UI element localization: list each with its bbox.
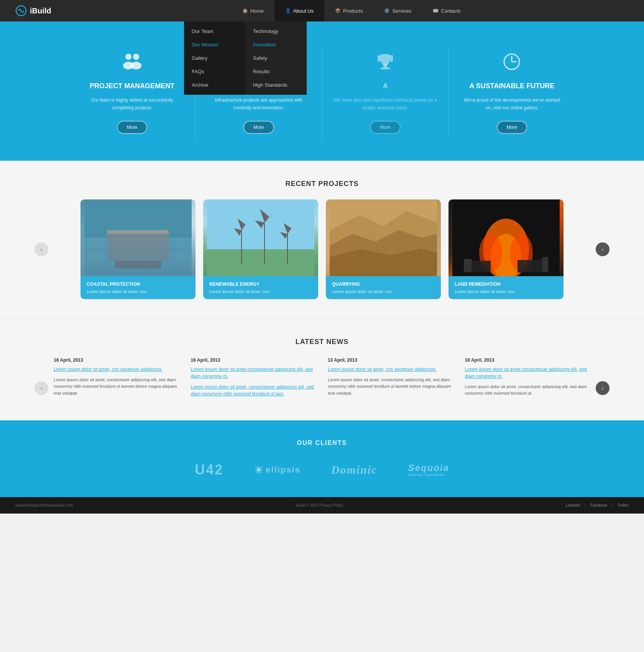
svg-rect-16 bbox=[84, 253, 192, 276]
news-text-1: Lorem ipsum dolor sit amet, consectueer … bbox=[54, 377, 179, 397]
client-logo-sequoia: Sequoia CAPITAL PARTNERS bbox=[408, 463, 449, 477]
carousel-prev-btn[interactable]: ‹ bbox=[34, 242, 48, 256]
svg-point-4 bbox=[131, 62, 141, 69]
dropdown-innovation[interactable]: Innovation bbox=[245, 38, 307, 51]
dropdown-high-standards[interactable]: High Standards bbox=[245, 78, 307, 92]
dropdown-results[interactable]: Results bbox=[245, 65, 307, 78]
logo-icon bbox=[15, 5, 27, 16]
hero-title-1: PROJECT MANAGEMENT bbox=[80, 82, 184, 91]
land-img-svg bbox=[452, 199, 560, 276]
project-name-wind: RENEWABLE ENERGY bbox=[209, 282, 312, 287]
client-logo-ellipsis: ellipsis bbox=[254, 465, 301, 475]
trophy-icon bbox=[334, 52, 437, 76]
contacts-icon: ✉️ bbox=[433, 8, 439, 13]
svg-rect-18 bbox=[107, 230, 169, 234]
hero-text-3: We have also won significant contracts p… bbox=[334, 97, 437, 111]
ellipsis-text: ellipsis bbox=[266, 465, 301, 475]
project-img-coastal bbox=[80, 199, 196, 276]
dropdown-our-mission[interactable]: Our Mission bbox=[184, 38, 245, 51]
header: iBuild 🏠 Home 👤 About Us 📦 Products ⚙️ S… bbox=[0, 0, 644, 21]
svg-rect-45 bbox=[518, 260, 544, 272]
clients-title: OUR CLIENTS bbox=[15, 440, 629, 446]
logo-area[interactable]: iBuild bbox=[15, 5, 51, 16]
news-next-btn[interactable]: › bbox=[596, 381, 610, 395]
project-info-wind: RENEWABLE ENERGY Lorem ipsum dolor sit a… bbox=[203, 276, 318, 299]
news-article-1: 18 April, 2013 Lorem ipsum dolor sit ame… bbox=[54, 357, 179, 401]
svg-rect-26 bbox=[264, 222, 265, 265]
hero-btn-1[interactable]: More bbox=[117, 121, 147, 134]
dropdown-technology[interactable]: Technology bbox=[245, 25, 307, 38]
hero-title-4: A SUSTAINABLE FUTURE bbox=[460, 82, 564, 91]
dropdown-our-team[interactable]: Our Team bbox=[184, 25, 245, 38]
svg-rect-17 bbox=[107, 230, 169, 261]
svg-rect-21 bbox=[207, 249, 314, 276]
footer: www.heritagechristiancollege.com iBuild … bbox=[0, 497, 644, 514]
project-card-quarry[interactable]: QUARRYING Lorem ipsum dolor sit amet, co… bbox=[326, 199, 441, 299]
project-desc-coastal: Lorem ipsum dolor sit amet, con. bbox=[87, 289, 189, 294]
svg-rect-19 bbox=[115, 261, 161, 268]
news-prev-btn[interactable]: ‹ bbox=[34, 381, 48, 395]
latest-news-section: LATEST NEWS ‹ 18 April, 2013 Lorem ipsum… bbox=[0, 318, 644, 420]
about-dropdown: Our Team Our Mission Gallery FAQs Archiv… bbox=[184, 21, 307, 95]
project-info-quarry: QUARRYING Lorem ipsum dolor sit amet, co… bbox=[326, 276, 441, 299]
project-info-coastal: COASTAL PROTECTION Lorem ipsum dolor sit… bbox=[80, 276, 196, 299]
project-desc-land: Lorem ipsum dolor sit amet, con. bbox=[455, 289, 557, 294]
footer-copyright: iBuild © 2013 Privacy Policy bbox=[296, 503, 343, 507]
wind-img-svg bbox=[207, 199, 314, 276]
news-article-3: 13 April, 2013 Lorem ipsum dolor sit ame… bbox=[328, 357, 453, 401]
projects-carousel: ‹ COASTAL PROTECTION bbox=[54, 199, 590, 299]
hero-text-1: Our team is highly skilled at successful… bbox=[80, 97, 184, 111]
hero-text-4: We're proud of the developments we've wo… bbox=[460, 97, 564, 111]
clients-section: OUR CLIENTS U42 ellipsis Dominic Sequoia… bbox=[0, 420, 644, 497]
news-date-2: 16 April, 2013 bbox=[191, 357, 317, 363]
hero-section: PROJECT MANAGEMENT Our team is highly sk… bbox=[0, 21, 644, 161]
footer-url: www.heritagechristiancollege.com bbox=[15, 503, 73, 507]
quarry-img-svg bbox=[330, 199, 437, 276]
nav-services[interactable]: ⚙️ Services bbox=[373, 0, 422, 21]
svg-point-2 bbox=[133, 54, 139, 60]
hero-btn-3[interactable]: More bbox=[370, 121, 400, 134]
hero-btn-2[interactable]: More bbox=[243, 121, 274, 134]
clock-icon bbox=[460, 52, 564, 76]
hero-col-awards: A We have also won significant contracts… bbox=[322, 44, 449, 142]
footer-separator-1: | bbox=[585, 503, 586, 507]
user-icon: 👤 bbox=[285, 8, 291, 13]
news-date-4: 18 April, 2013 bbox=[465, 357, 591, 363]
svg-rect-10 bbox=[381, 68, 390, 69]
dropdown-faqs[interactable]: FAQs bbox=[184, 65, 245, 78]
dropdown-safety[interactable]: Safety bbox=[245, 51, 307, 65]
news-text-3: Lorem ipsum dolor sit amet, consectueer … bbox=[328, 377, 453, 397]
nav-about[interactable]: 👤 About Us bbox=[274, 0, 324, 21]
footer-linkedin[interactable]: LinkedIn bbox=[566, 503, 580, 507]
recent-projects-section: RECENT PROJECTS ‹ COASTA bbox=[0, 161, 644, 318]
project-card-coastal[interactable]: COASTAL PROTECTION Lorem ipsum dolor sit… bbox=[80, 199, 196, 299]
project-card-land[interactable]: LAND REMEDIATION Lorem ipsum dolor sit a… bbox=[449, 199, 564, 299]
footer-facebook[interactable]: Facebook bbox=[590, 503, 607, 507]
project-img-land bbox=[449, 199, 564, 276]
news-link-4[interactable]: Lorem ipsum dolor sit amet consectetuer … bbox=[465, 366, 591, 380]
dropdown-gallery[interactable]: Gallery bbox=[184, 51, 245, 65]
products-icon: 📦 bbox=[335, 8, 341, 13]
footer-social-links: LinkedIn | Facebook | Twitter bbox=[566, 503, 629, 507]
nav-products[interactable]: 📦 Products bbox=[324, 0, 373, 21]
carousel-next-btn[interactable]: › bbox=[596, 242, 610, 256]
project-desc-wind: Lorem ipsum dolor sit amet, con. bbox=[209, 289, 312, 294]
people-icon bbox=[80, 52, 184, 76]
footer-twitter[interactable]: Twitter bbox=[618, 503, 629, 507]
news-link-1[interactable]: Lorem ipsum dolor sit amet, con sectetue… bbox=[54, 366, 179, 373]
project-card-wind[interactable]: RENEWABLE ENERGY Lorem ipsum dolor sit a… bbox=[203, 199, 318, 299]
news-article-2: 16 April, 2013 Lorem ipsum dolor sit ame… bbox=[191, 357, 317, 401]
project-info-land: LAND REMEDIATION Lorem ipsum dolor sit a… bbox=[449, 276, 564, 299]
hero-btn-4[interactable]: More bbox=[497, 121, 527, 134]
home-icon: 🏠 bbox=[242, 8, 248, 13]
dropdown-archive[interactable]: Archive bbox=[184, 78, 245, 92]
hero-grid: PROJECT MANAGEMENT Our team is highly sk… bbox=[54, 44, 590, 142]
news-link-2a[interactable]: Lorem ipsum dolor sit amet consectetuer … bbox=[191, 366, 317, 380]
nav-contacts[interactable]: ✉️ Contacts bbox=[422, 0, 471, 21]
project-name-coastal: COASTAL PROTECTION bbox=[87, 282, 189, 287]
news-link-3[interactable]: Lorem ipsum dolor sit amet, con sectetue… bbox=[328, 366, 453, 373]
news-grid: 18 April, 2013 Lorem ipsum dolor sit ame… bbox=[54, 357, 590, 401]
projects-grid: COASTAL PROTECTION Lorem ipsum dolor sit… bbox=[54, 199, 590, 299]
nav-home[interactable]: 🏠 Home bbox=[232, 0, 274, 21]
news-link-2b[interactable]: Lorem ipsum dolor sit amet, consectetuer… bbox=[191, 384, 317, 397]
